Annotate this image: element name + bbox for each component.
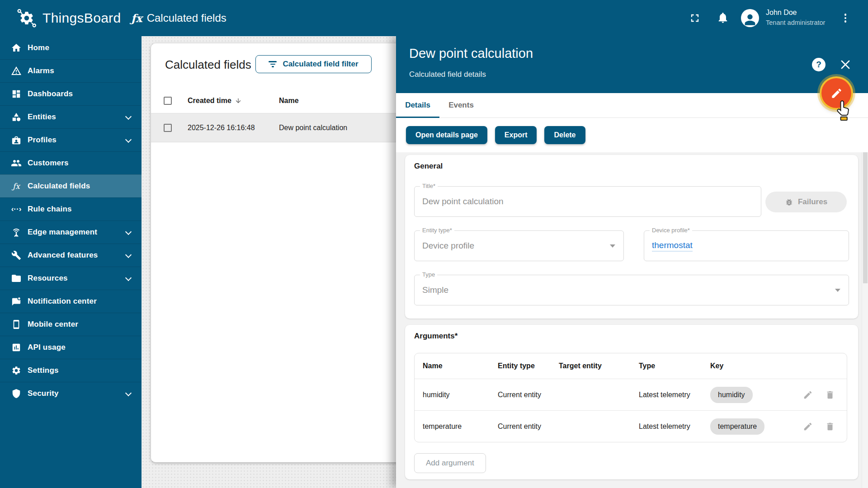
user-avatar[interactable] [741, 9, 759, 27]
sidebar-item-settings[interactable]: Settings [0, 359, 142, 382]
scrollbar-thumb[interactable] [863, 152, 868, 283]
entity-type-label: Entity type* [420, 227, 454, 234]
sidebar-item-dashboards[interactable]: Dashboards [0, 82, 142, 105]
sidebar-item-edge-management[interactable]: Edge management [0, 221, 142, 244]
general-section: General Title* Dew point calculation Fai… [405, 155, 858, 319]
select-all-checkbox[interactable] [164, 97, 172, 105]
device-profile-field[interactable]: Device profile* thermostat [644, 230, 849, 261]
close-icon[interactable] [839, 58, 852, 71]
user-role: Tenant administrator [766, 19, 825, 26]
more-menu-icon[interactable] [842, 12, 849, 24]
general-heading: General [414, 162, 443, 171]
tab-events[interactable]: Events [439, 93, 483, 117]
edit-pencil-icon[interactable] [803, 390, 813, 400]
add-argument-button[interactable]: Add argument [414, 453, 486, 473]
title-field-value: Dew point calculation [422, 197, 504, 206]
col-name: Name [415, 362, 498, 370]
drawer-tabs: Details Events [396, 93, 868, 118]
security-shield-icon [11, 388, 22, 399]
title-field[interactable]: Title* Dew point calculation [414, 186, 761, 217]
fx-icon: ƒx [11, 181, 22, 192]
advanced-features-tools-icon [11, 250, 22, 261]
delete-trash-icon[interactable] [825, 422, 835, 432]
sidebar-item-calculated-fields[interactable]: ƒx Calculated fields [0, 174, 142, 197]
device-profile-link[interactable]: thermostat [652, 240, 693, 252]
column-name[interactable]: Name [279, 97, 299, 105]
notifications-bell-icon[interactable] [717, 11, 729, 24]
row-checkbox[interactable] [164, 124, 172, 132]
entities-category-icon [11, 112, 22, 122]
sidebar-item-customers[interactable]: Customers [0, 151, 142, 174]
col-entity-type: Entity type [498, 362, 559, 370]
tab-details[interactable]: Details [396, 93, 439, 117]
cell-name: Dew point calculation [279, 124, 347, 132]
export-button[interactable]: Export [495, 126, 537, 144]
user-info[interactable]: John Doe Tenant administrator [766, 9, 825, 26]
brand-name: ThingsBoard [42, 10, 121, 26]
chevron-down-icon [125, 252, 132, 258]
mobile-phone-icon [11, 319, 22, 330]
drawer-toolbar: Open details page Export Delete [396, 118, 868, 152]
fx-icon: ƒx [131, 12, 142, 25]
edge-antenna-icon [11, 227, 22, 238]
column-created-time[interactable]: Created time [188, 97, 242, 105]
chevron-down-icon [125, 229, 132, 235]
filter-icon [269, 61, 277, 67]
dropdown-caret-icon [835, 289, 840, 292]
key-chip: humidity [710, 387, 753, 403]
sort-desc-arrow-icon [235, 97, 242, 104]
fullscreen-icon[interactable] [689, 12, 701, 24]
sidebar-item-resources[interactable]: Resources [0, 267, 142, 290]
alarm-warning-icon [11, 66, 22, 76]
chevron-down-icon [125, 137, 132, 143]
sidebar-item-security[interactable]: Security [0, 382, 142, 405]
bug-icon [785, 198, 793, 206]
argument-row: humidity Current entity Latest telemetry… [415, 379, 847, 410]
argument-row: temperature Current entity Latest teleme… [415, 410, 847, 442]
device-profile-label: Device profile* [650, 227, 692, 234]
panel-scrollbar[interactable] [862, 152, 868, 488]
dashboards-icon [11, 89, 22, 99]
details-drawer: Dew point calculation Calculated field d… [396, 36, 868, 488]
type-value: Simple [422, 285, 448, 295]
col-target-entity: Target entity [559, 362, 639, 370]
sidebar-item-profiles[interactable]: Profiles [0, 128, 142, 151]
home-icon [11, 42, 22, 53]
gear-logo-icon [16, 8, 37, 28]
chevron-down-icon [125, 390, 132, 397]
customers-people-icon [11, 158, 22, 169]
user-name: John Doe [766, 9, 825, 16]
drawer-body: General Title* Dew point calculation Fai… [396, 152, 868, 488]
arguments-head-row: Name Entity type Target entity Type Key [415, 353, 847, 379]
edit-fab-button[interactable] [821, 78, 851, 108]
arg-entity-type: Current entity [498, 422, 559, 431]
drawer-header: Dew point calculation Calculated field d… [396, 36, 868, 93]
sidebar-item-notification-center[interactable]: Notification center [0, 290, 142, 313]
thingsboard-logo[interactable]: ThingsBoard [16, 0, 121, 36]
sidebar-item-api-usage[interactable]: API usage [0, 336, 142, 359]
sidebar-item-entities[interactable]: Entities [0, 105, 142, 128]
pencil-icon [830, 87, 843, 99]
delete-trash-icon[interactable] [825, 390, 835, 400]
sidebar-item-mobile-center[interactable]: Mobile center [0, 313, 142, 336]
arguments-table: Name Entity type Target entity Type Key … [414, 353, 847, 442]
entity-type-select[interactable]: Entity type* Device profile [414, 230, 624, 261]
delete-button[interactable]: Delete [544, 126, 585, 144]
sidebar-item-rule-chains[interactable]: ‹··› Rule chains [0, 197, 142, 221]
calculated-field-filter-button[interactable]: Calculated field filter [255, 55, 372, 73]
page-title: ƒx Calculated fields [131, 0, 226, 36]
drawer-title: Dew point calculation [409, 46, 533, 61]
drawer-subtitle: Calculated field details [409, 70, 486, 79]
sidebar-item-alarms[interactable]: Alarms [0, 59, 142, 82]
type-select[interactable]: Type Simple [414, 275, 849, 305]
edit-pencil-icon[interactable] [803, 422, 813, 432]
arg-name: temperature [415, 422, 498, 431]
sidebar-item-home[interactable]: Home [0, 36, 142, 59]
sidebar-item-advanced-features[interactable]: Advanced features [0, 244, 142, 267]
failures-button[interactable]: Failures [765, 192, 847, 212]
chevron-down-icon [125, 275, 132, 282]
open-details-page-button[interactable]: Open details page [406, 126, 487, 144]
arg-entity-type: Current entity [498, 391, 559, 399]
help-icon[interactable]: ? [812, 58, 826, 71]
notification-center-icon [11, 296, 22, 307]
